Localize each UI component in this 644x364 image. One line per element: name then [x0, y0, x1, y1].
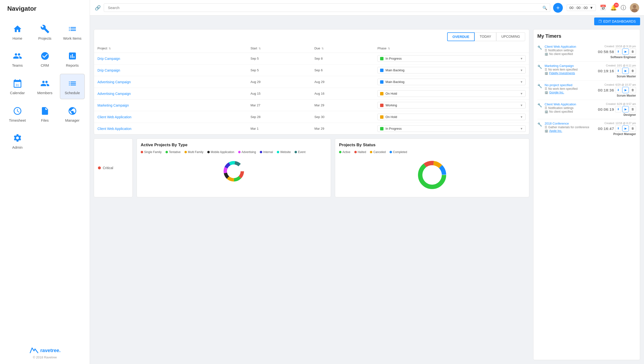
legend-item: Multi Family [184, 150, 204, 154]
timer-delete-button[interactable]: 🗑 [630, 87, 636, 93]
phase-badge[interactable]: Main Backlog ▼ [378, 67, 526, 74]
timer-time: 00:18:36 [598, 88, 614, 92]
timer-work-item-label: Notification settings [548, 106, 574, 110]
add-button[interactable]: + [553, 3, 563, 13]
timer-delete-button[interactable]: 🗑 [630, 106, 636, 112]
project-link[interactable]: Advertising Campaign [98, 80, 131, 84]
home-icon [12, 24, 23, 34]
table-row: Marketing Campaign Mar 27 Mar 29 Working… [94, 100, 529, 111]
timer-entry: 🔧 Client Web Application ☰ Notification … [537, 42, 636, 62]
project-link[interactable]: Drip Campaign [98, 57, 120, 61]
sidebar-item-members[interactable]: Members [32, 74, 57, 99]
sidebar-item-admin[interactable]: Admin [5, 129, 30, 153]
user-avatar[interactable] [630, 3, 639, 13]
tab-overdue[interactable]: OVERDUE [447, 32, 474, 41]
calendar-icon: 31 [12, 78, 23, 89]
phase-color-dot [380, 104, 384, 107]
tab-today[interactable]: TODAY [474, 32, 496, 41]
timer-play-button[interactable]: ▶ [622, 125, 629, 132]
tab-upcoming[interactable]: UPCOMING [496, 32, 525, 41]
edit-dashboards-button[interactable]: ❐ EDIT DASHBOARDS [594, 18, 640, 25]
phase-text: Main Backlog [386, 68, 518, 72]
timer-value: 00 : 00 : 00 [570, 6, 588, 10]
sidebar-item-files[interactable]: Files [32, 102, 57, 126]
sidebar-item-calendar[interactable]: 31 Calendar [5, 74, 30, 99]
active-projects-chart [141, 157, 327, 186]
timer-delete-button[interactable]: 🗑 [630, 48, 636, 55]
phase-badge[interactable]: Main Backlog ▼ [378, 79, 526, 85]
sidebar-item-timesheet[interactable]: Timesheet [5, 102, 30, 126]
timer-download-button[interactable]: ⬇ [615, 48, 622, 55]
timer-download-button[interactable]: ⬇ [615, 106, 622, 112]
sidebar-item-teams[interactable]: Teams [5, 47, 30, 71]
project-link[interactable]: Client Web Application [98, 115, 132, 119]
active-projects-card: Active Projects By Type Single FamilyTen… [136, 138, 331, 197]
timer-work-item: ☰ Notification settings [544, 106, 596, 110]
phase-dropdown-arrow: ▼ [520, 57, 523, 60]
phase-badge[interactable]: In Progress ▼ [378, 55, 526, 62]
project-link[interactable]: Marketing Campaign [98, 103, 129, 107]
timer-play-button[interactable]: ▶ [622, 48, 629, 55]
phase-color-dot [380, 57, 384, 60]
timer-work-item-label: Gather materials for conference [548, 126, 589, 129]
project-link[interactable]: Drip Campaign [98, 68, 120, 72]
project-link[interactable]: Client Web Application [98, 127, 132, 131]
help-icon[interactable]: ⓘ [621, 4, 626, 12]
search-input[interactable] [104, 4, 550, 12]
phase-badge[interactable]: On Hold ▼ [378, 90, 526, 97]
timer-info: Client Web Application ☰ Notification se… [544, 102, 596, 113]
legend-label: Halted [358, 150, 366, 154]
sidebar-label-schedule: Schedule [65, 91, 80, 95]
timer-client-link[interactable]: Apple Inc. [549, 129, 562, 133]
timer-controls-area: Created: 6/29 @ 10:37 am 00:18:36 ⬇ ▶ 🗑 … [598, 83, 636, 97]
timer-controls-area: Created: 10/18 @ 9:16 pm 00:58:58 ⬇ ▶ 🗑 … [598, 45, 636, 59]
timer-play-button[interactable]: ▶ [622, 106, 629, 112]
phase-badge[interactable]: On Hold ▼ [378, 114, 526, 120]
phase-badge[interactable]: Working ▼ [378, 102, 526, 108]
timer-download-button[interactable]: ⬇ [615, 125, 622, 132]
sidebar-item-schedule[interactable]: Schedule [60, 74, 85, 99]
phase-badge[interactable]: In Progress ▼ [378, 125, 526, 132]
phase-dropdown-arrow: ▼ [520, 127, 523, 130]
table-row: Client Web Application Sep 28 Sep 30 On … [94, 111, 529, 123]
list-icon: ☰ [544, 106, 547, 110]
legend-item: Event [294, 150, 306, 154]
phase-dropdown-arrow: ▼ [520, 104, 523, 107]
timer-project-link[interactable]: Marketing Campaign [544, 64, 596, 68]
app-title: Navigator [2, 5, 36, 13]
right-panel: My Timers 🔧 Client Web Application ☰ Not… [533, 29, 640, 360]
sidebar-label-manager: Manager [65, 118, 80, 122]
sidebar-item-manager[interactable]: Manager [60, 102, 85, 126]
calendar-header-icon[interactable]: 📅 [600, 5, 606, 11]
projects-status-legend: ActiveHaltedCanceledCompleted [339, 150, 525, 154]
timer-client-link[interactable]: Fidelity Investments [549, 72, 575, 75]
timer-download-button[interactable]: ⬇ [615, 87, 622, 93]
files-icon [40, 106, 50, 116]
timer-project-link[interactable]: No project specified [544, 83, 596, 87]
sidebar-item-reports[interactable]: Reports [60, 47, 85, 71]
timer-play-button[interactable]: ▶ [622, 68, 629, 74]
project-link[interactable]: Advertising Campaign [98, 92, 131, 96]
timer-project-link[interactable]: Client Web Application [544, 102, 596, 106]
work-items-table: Project ⇅ Start ⇅ Due ⇅ Phase ⇅ Drip Cam… [94, 44, 529, 134]
timer-project-link[interactable]: 2018 Conference [544, 122, 596, 125]
sidebar-item-projects[interactable]: Projects [32, 20, 57, 44]
sidebar-item-crm[interactable]: CRM [32, 47, 57, 71]
legend-dot [390, 151, 392, 153]
notification-icon[interactable]: 🔔 70 [610, 5, 617, 11]
timer-display[interactable]: 00 : 00 : 00 ▼ [567, 4, 596, 11]
timer-download-button[interactable]: ⬇ [615, 68, 622, 74]
timer-entry: 🔧 Marketing Campaign ☰ No work item spec… [537, 62, 636, 81]
timer-wrench-icon: 🔧 [537, 103, 542, 108]
timer-controls: 00:18:36 ⬇ ▶ 🗑 [598, 87, 636, 93]
timer-client-link[interactable]: Google Inc. [549, 91, 564, 94]
phase-text: In Progress [386, 127, 518, 130]
timer-delete-button[interactable]: 🗑 [630, 125, 636, 132]
sidebar-item-work-items[interactable]: Work Items [60, 20, 85, 44]
sidebar-item-home[interactable]: Home [5, 20, 30, 44]
timer-project-link[interactable]: Client Web Application [544, 45, 596, 48]
timer-play-button[interactable]: ▶ [622, 87, 629, 93]
timer-delete-button[interactable]: 🗑 [630, 68, 636, 74]
timer-time: 00:19:16 [598, 69, 614, 73]
link-icon[interactable]: 🔗 [95, 5, 101, 11]
